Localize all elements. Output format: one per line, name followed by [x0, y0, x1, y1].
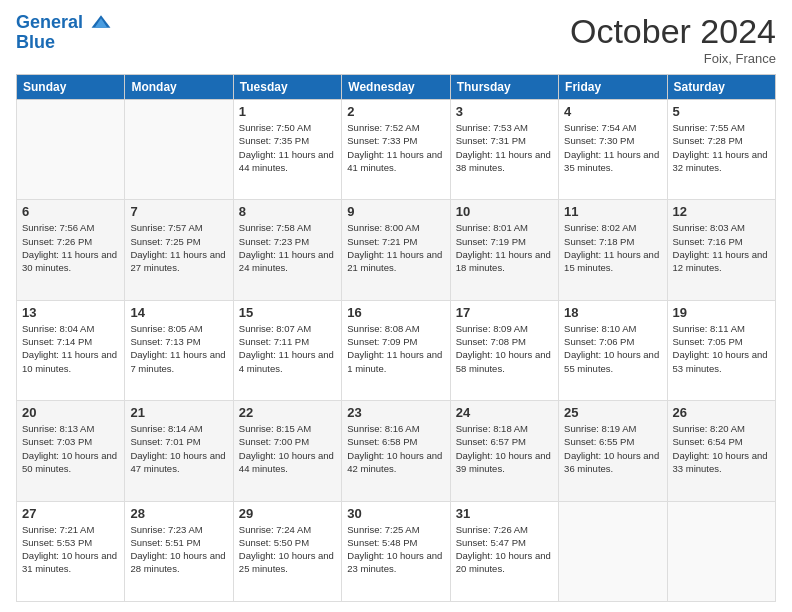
day-number: 23: [347, 405, 444, 420]
page: General Blue October 2024 Foix, France S…: [0, 0, 792, 612]
day-info: Sunrise: 7:25 AMSunset: 5:48 PMDaylight:…: [347, 523, 444, 576]
day-info: Sunrise: 7:23 AMSunset: 5:51 PMDaylight:…: [130, 523, 227, 576]
day-info: Sunrise: 7:56 AMSunset: 7:26 PMDaylight:…: [22, 221, 119, 274]
day-cell: 28Sunrise: 7:23 AMSunset: 5:51 PMDayligh…: [125, 501, 233, 601]
day-info: Sunrise: 7:24 AMSunset: 5:50 PMDaylight:…: [239, 523, 336, 576]
col-header-sunday: Sunday: [17, 75, 125, 100]
day-info: Sunrise: 7:21 AMSunset: 5:53 PMDaylight:…: [22, 523, 119, 576]
day-cell: 31Sunrise: 7:26 AMSunset: 5:47 PMDayligh…: [450, 501, 558, 601]
day-cell: 3Sunrise: 7:53 AMSunset: 7:31 PMDaylight…: [450, 100, 558, 200]
day-info: Sunrise: 7:55 AMSunset: 7:28 PMDaylight:…: [673, 121, 770, 174]
day-info: Sunrise: 7:58 AMSunset: 7:23 PMDaylight:…: [239, 221, 336, 274]
day-number: 11: [564, 204, 661, 219]
day-number: 2: [347, 104, 444, 119]
day-number: 5: [673, 104, 770, 119]
logo-general: General: [16, 12, 83, 32]
day-number: 13: [22, 305, 119, 320]
day-number: 18: [564, 305, 661, 320]
title-area: October 2024 Foix, France: [570, 12, 776, 66]
day-cell: 29Sunrise: 7:24 AMSunset: 5:50 PMDayligh…: [233, 501, 341, 601]
day-number: 4: [564, 104, 661, 119]
day-info: Sunrise: 7:52 AMSunset: 7:33 PMDaylight:…: [347, 121, 444, 174]
day-cell: [559, 501, 667, 601]
day-number: 27: [22, 506, 119, 521]
day-info: Sunrise: 8:08 AMSunset: 7:09 PMDaylight:…: [347, 322, 444, 375]
day-cell: 23Sunrise: 8:16 AMSunset: 6:58 PMDayligh…: [342, 401, 450, 501]
day-info: Sunrise: 8:11 AMSunset: 7:05 PMDaylight:…: [673, 322, 770, 375]
logo-text: General: [16, 12, 112, 34]
day-info: Sunrise: 8:13 AMSunset: 7:03 PMDaylight:…: [22, 422, 119, 475]
day-number: 3: [456, 104, 553, 119]
week-row-3: 13Sunrise: 8:04 AMSunset: 7:14 PMDayligh…: [17, 300, 776, 400]
day-number: 10: [456, 204, 553, 219]
day-cell: 17Sunrise: 8:09 AMSunset: 7:08 PMDayligh…: [450, 300, 558, 400]
col-header-tuesday: Tuesday: [233, 75, 341, 100]
day-number: 7: [130, 204, 227, 219]
day-info: Sunrise: 7:26 AMSunset: 5:47 PMDaylight:…: [456, 523, 553, 576]
day-number: 24: [456, 405, 553, 420]
day-cell: 2Sunrise: 7:52 AMSunset: 7:33 PMDaylight…: [342, 100, 450, 200]
location: Foix, France: [570, 51, 776, 66]
day-number: 9: [347, 204, 444, 219]
day-cell: 10Sunrise: 8:01 AMSunset: 7:19 PMDayligh…: [450, 200, 558, 300]
week-row-2: 6Sunrise: 7:56 AMSunset: 7:26 PMDaylight…: [17, 200, 776, 300]
day-info: Sunrise: 8:01 AMSunset: 7:19 PMDaylight:…: [456, 221, 553, 274]
day-info: Sunrise: 7:53 AMSunset: 7:31 PMDaylight:…: [456, 121, 553, 174]
day-cell: 26Sunrise: 8:20 AMSunset: 6:54 PMDayligh…: [667, 401, 775, 501]
day-info: Sunrise: 8:18 AMSunset: 6:57 PMDaylight:…: [456, 422, 553, 475]
day-cell: 27Sunrise: 7:21 AMSunset: 5:53 PMDayligh…: [17, 501, 125, 601]
day-cell: 14Sunrise: 8:05 AMSunset: 7:13 PMDayligh…: [125, 300, 233, 400]
day-cell: 5Sunrise: 7:55 AMSunset: 7:28 PMDaylight…: [667, 100, 775, 200]
day-info: Sunrise: 7:54 AMSunset: 7:30 PMDaylight:…: [564, 121, 661, 174]
day-number: 29: [239, 506, 336, 521]
logo-icon: [90, 12, 112, 34]
day-info: Sunrise: 8:05 AMSunset: 7:13 PMDaylight:…: [130, 322, 227, 375]
logo-blue: Blue: [16, 32, 112, 53]
day-number: 21: [130, 405, 227, 420]
day-info: Sunrise: 7:57 AMSunset: 7:25 PMDaylight:…: [130, 221, 227, 274]
day-number: 16: [347, 305, 444, 320]
day-cell: 18Sunrise: 8:10 AMSunset: 7:06 PMDayligh…: [559, 300, 667, 400]
day-cell: 24Sunrise: 8:18 AMSunset: 6:57 PMDayligh…: [450, 401, 558, 501]
day-cell: 8Sunrise: 7:58 AMSunset: 7:23 PMDaylight…: [233, 200, 341, 300]
day-number: 1: [239, 104, 336, 119]
day-number: 14: [130, 305, 227, 320]
day-cell: 19Sunrise: 8:11 AMSunset: 7:05 PMDayligh…: [667, 300, 775, 400]
day-cell: 13Sunrise: 8:04 AMSunset: 7:14 PMDayligh…: [17, 300, 125, 400]
day-info: Sunrise: 8:02 AMSunset: 7:18 PMDaylight:…: [564, 221, 661, 274]
day-cell: 30Sunrise: 7:25 AMSunset: 5:48 PMDayligh…: [342, 501, 450, 601]
day-info: Sunrise: 8:19 AMSunset: 6:55 PMDaylight:…: [564, 422, 661, 475]
day-cell: [667, 501, 775, 601]
day-info: Sunrise: 8:16 AMSunset: 6:58 PMDaylight:…: [347, 422, 444, 475]
header: General Blue October 2024 Foix, France: [16, 12, 776, 66]
day-cell: 1Sunrise: 7:50 AMSunset: 7:35 PMDaylight…: [233, 100, 341, 200]
day-cell: 22Sunrise: 8:15 AMSunset: 7:00 PMDayligh…: [233, 401, 341, 501]
day-number: 20: [22, 405, 119, 420]
day-info: Sunrise: 7:50 AMSunset: 7:35 PMDaylight:…: [239, 121, 336, 174]
day-info: Sunrise: 8:03 AMSunset: 7:16 PMDaylight:…: [673, 221, 770, 274]
day-number: 30: [347, 506, 444, 521]
col-header-friday: Friday: [559, 75, 667, 100]
day-info: Sunrise: 8:09 AMSunset: 7:08 PMDaylight:…: [456, 322, 553, 375]
day-number: 17: [456, 305, 553, 320]
day-info: Sunrise: 8:14 AMSunset: 7:01 PMDaylight:…: [130, 422, 227, 475]
col-header-saturday: Saturday: [667, 75, 775, 100]
day-number: 22: [239, 405, 336, 420]
day-info: Sunrise: 8:15 AMSunset: 7:00 PMDaylight:…: [239, 422, 336, 475]
day-cell: 15Sunrise: 8:07 AMSunset: 7:11 PMDayligh…: [233, 300, 341, 400]
day-cell: [125, 100, 233, 200]
day-cell: [17, 100, 125, 200]
week-row-1: 1Sunrise: 7:50 AMSunset: 7:35 PMDaylight…: [17, 100, 776, 200]
day-cell: 11Sunrise: 8:02 AMSunset: 7:18 PMDayligh…: [559, 200, 667, 300]
day-number: 8: [239, 204, 336, 219]
day-cell: 4Sunrise: 7:54 AMSunset: 7:30 PMDaylight…: [559, 100, 667, 200]
day-info: Sunrise: 8:04 AMSunset: 7:14 PMDaylight:…: [22, 322, 119, 375]
day-cell: 12Sunrise: 8:03 AMSunset: 7:16 PMDayligh…: [667, 200, 775, 300]
day-number: 28: [130, 506, 227, 521]
day-number: 19: [673, 305, 770, 320]
day-cell: 6Sunrise: 7:56 AMSunset: 7:26 PMDaylight…: [17, 200, 125, 300]
day-cell: 21Sunrise: 8:14 AMSunset: 7:01 PMDayligh…: [125, 401, 233, 501]
month-title: October 2024: [570, 12, 776, 51]
week-row-5: 27Sunrise: 7:21 AMSunset: 5:53 PMDayligh…: [17, 501, 776, 601]
col-header-thursday: Thursday: [450, 75, 558, 100]
